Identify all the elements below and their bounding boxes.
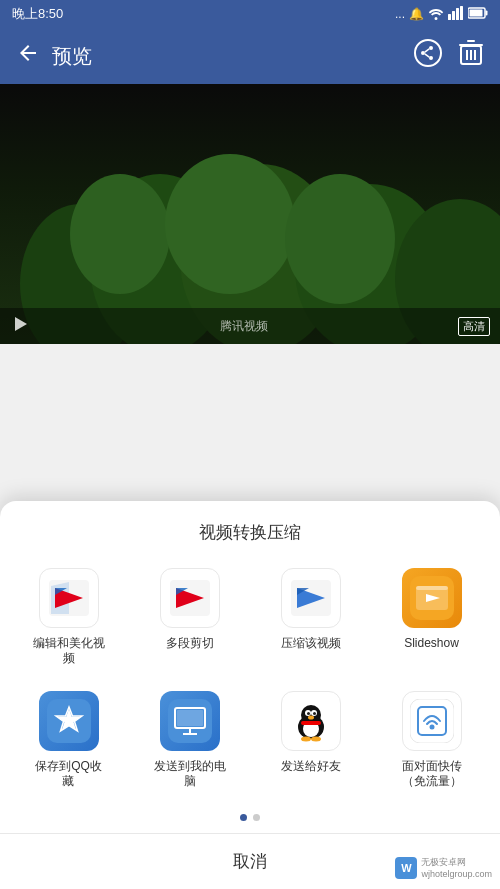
- face-transfer-icon-box: [402, 691, 462, 751]
- silent-icon: 🔔: [409, 7, 424, 21]
- video-brand-label: 腾讯视频: [220, 318, 268, 335]
- svg-point-57: [307, 712, 310, 715]
- compress-label: 压缩该视频: [281, 636, 341, 652]
- svg-rect-5: [486, 10, 488, 15]
- cut-app-svg: [168, 578, 212, 618]
- status-time: 晚上8:50: [12, 5, 63, 23]
- grid-item-slideshow[interactable]: Slideshow: [371, 560, 492, 683]
- watermark-logo: W: [395, 857, 417, 879]
- face-transfer-svg: [410, 699, 454, 743]
- top-bar: 预览: [0, 28, 500, 84]
- video-area[interactable]: 腾讯视频 高清: [0, 84, 500, 344]
- top-bar-left: 预览: [16, 41, 92, 71]
- slideshow-label: Slideshow: [404, 636, 459, 652]
- notification-icon: ...: [395, 7, 405, 21]
- grid-item-edit[interactable]: 编辑和美化视频: [8, 560, 129, 683]
- svg-point-9: [429, 46, 433, 50]
- svg-rect-14: [467, 40, 475, 42]
- qq-save-icon: [39, 691, 99, 751]
- dot-1: [240, 814, 247, 821]
- svg-rect-0: [448, 14, 451, 20]
- svg-rect-1: [452, 11, 455, 20]
- svg-point-58: [313, 712, 316, 715]
- grid-item-cut[interactable]: 多段剪切: [129, 560, 250, 683]
- svg-rect-2: [456, 8, 459, 20]
- svg-rect-6: [470, 9, 483, 16]
- watermark: W 无极安卓网wjhotelgroup.com: [395, 856, 492, 879]
- edit-label: 编辑和美化视频: [33, 636, 105, 667]
- slideshow-icon: [402, 568, 462, 628]
- edit-icon: [39, 568, 99, 628]
- compress-app-svg: [289, 578, 333, 618]
- svg-marker-28: [15, 317, 27, 331]
- friend-svg: [289, 699, 333, 743]
- face-transfer-label: 面对面快传（免流量）: [402, 759, 462, 790]
- wifi-icon: [428, 6, 444, 23]
- video-bg-svg: [0, 84, 500, 344]
- svg-point-26: [165, 154, 295, 294]
- pc-icon: [160, 691, 220, 751]
- svg-point-8: [421, 51, 425, 55]
- delete-button[interactable]: [458, 39, 484, 73]
- video-thumbnail: [0, 84, 500, 344]
- svg-line-11: [425, 49, 429, 52]
- share-button[interactable]: [414, 39, 442, 73]
- bottom-sheet: 视频转换压缩 编辑和美化视频: [0, 501, 500, 889]
- page-dots: [0, 806, 500, 833]
- top-bar-right: [414, 39, 484, 73]
- video-quality-label: 高清: [458, 317, 490, 336]
- svg-point-61: [311, 736, 321, 741]
- svg-point-60: [301, 736, 311, 741]
- svg-rect-62: [301, 721, 321, 725]
- svg-rect-48: [177, 710, 203, 726]
- grid-item-friend[interactable]: 发送给好友: [250, 683, 371, 806]
- grid-item-pc[interactable]: 发送到我的电脑: [129, 683, 250, 806]
- svg-line-12: [425, 54, 429, 57]
- dot-2: [253, 814, 260, 821]
- page-title: 预览: [52, 43, 92, 70]
- svg-point-65: [429, 724, 434, 729]
- svg-point-25: [70, 174, 170, 294]
- svg-point-59: [308, 715, 314, 719]
- friend-label: 发送给好友: [281, 759, 341, 775]
- svg-rect-41: [416, 586, 448, 590]
- video-play-icon[interactable]: [10, 314, 30, 339]
- watermark-text: 无极安卓网wjhotelgroup.com: [421, 856, 492, 879]
- pc-svg: [168, 699, 212, 743]
- video-controls-bar: 腾讯视频 高清: [0, 308, 500, 344]
- svg-point-7: [415, 40, 441, 66]
- grid-item-face-transfer[interactable]: 面对面快传（免流量）: [371, 683, 492, 806]
- sheet-title: 视频转换压缩: [0, 501, 500, 560]
- slideshow-app-svg: [410, 576, 454, 620]
- friend-icon: [281, 691, 341, 751]
- compress-icon: [281, 568, 341, 628]
- svg-point-10: [429, 56, 433, 60]
- battery-icon: [468, 7, 488, 22]
- back-button[interactable]: [16, 41, 40, 71]
- svg-point-27: [285, 174, 395, 304]
- qq-save-svg: [47, 699, 91, 743]
- status-bar: 晚上8:50 ... 🔔: [0, 0, 500, 28]
- signal-icon: [448, 6, 464, 23]
- app-grid: 编辑和美化视频 多段剪切 压缩该视频: [0, 560, 500, 806]
- status-icons: ... 🔔: [395, 6, 488, 23]
- svg-rect-3: [460, 6, 463, 20]
- grid-item-compress[interactable]: 压缩该视频: [250, 560, 371, 683]
- pc-label: 发送到我的电脑: [154, 759, 226, 790]
- edit-app-svg: [47, 578, 91, 618]
- grid-item-qq-save[interactable]: 保存到QQ收藏: [8, 683, 129, 806]
- qq-save-label: 保存到QQ收藏: [35, 759, 102, 790]
- cut-icon: [160, 568, 220, 628]
- cut-label: 多段剪切: [166, 636, 214, 652]
